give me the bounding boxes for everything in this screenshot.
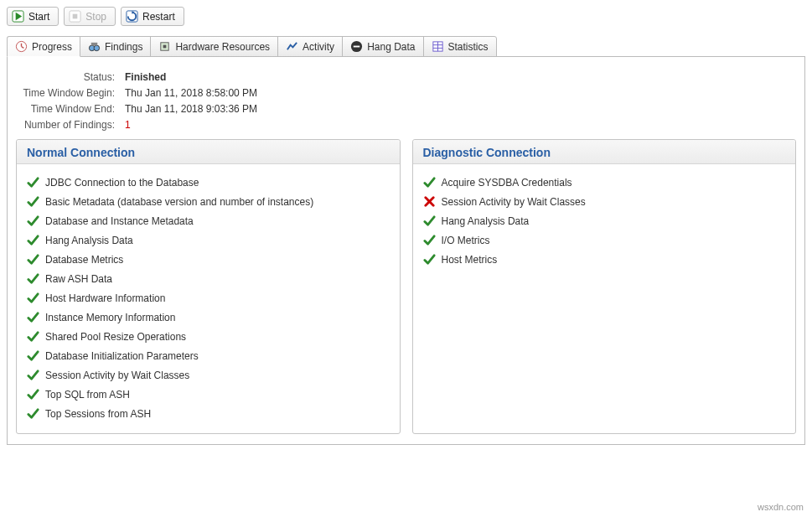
list-item-label: Instance Memory Information — [45, 312, 175, 323]
check-icon — [27, 272, 39, 285]
check-icon — [27, 369, 39, 381]
stop-label: Stop — [85, 11, 106, 23]
normal-connection-panel: Normal Connection JDBC Connection to the… — [16, 139, 401, 434]
check-icon — [423, 234, 436, 246]
connection-panels: Normal Connection JDBC Connection to the… — [16, 139, 796, 434]
list-item: Session Activity by Wait Classes — [423, 192, 786, 211]
tab-progress-label: Progress — [32, 41, 72, 53]
findings-value: 1 — [125, 119, 131, 131]
begin-value: Thu Jan 11, 2018 8:58:00 PM — [125, 87, 257, 99]
tab-hardware[interactable]: Hardware Resources — [150, 36, 278, 57]
tab-hardware-label: Hardware Resources — [175, 41, 270, 53]
diag-panel-body: Acquire SYSDBA CredentialsSession Activi… — [413, 164, 796, 279]
status-label: Status: — [16, 71, 125, 83]
svg-rect-13 — [163, 45, 167, 49]
tab-bar: Progress Findings Hardware Resources Act… — [7, 36, 805, 57]
check-icon — [27, 311, 39, 323]
findings-row: Number of Findings: 1 — [16, 119, 796, 131]
restart-button[interactable]: Restart — [121, 7, 184, 26]
findings-label: Number of Findings: — [16, 119, 125, 131]
diag-panel-title: Diagnostic Connection — [413, 140, 796, 164]
check-icon — [27, 253, 39, 266]
tab-activity[interactable]: Activity — [277, 36, 343, 57]
play-icon — [12, 10, 24, 23]
stop-icon — [69, 10, 81, 23]
list-item: JDBC Connection to the Database — [27, 173, 390, 192]
progress-panel: Status: Finished Time Window Begin: Thu … — [7, 56, 805, 445]
restart-icon — [126, 10, 138, 23]
tab-hang[interactable]: Hang Data — [342, 36, 423, 57]
end-row: Time Window End: Thu Jan 11, 2018 9:03:3… — [16, 103, 796, 115]
status-value: Finished — [125, 71, 166, 83]
list-item: Host Metrics — [423, 250, 786, 269]
list-item: Acquire SYSDBA Credentials — [423, 173, 786, 192]
list-item-label: Host Metrics — [442, 254, 498, 266]
start-label: Start — [28, 11, 49, 23]
normal-panel-body: JDBC Connection to the DatabaseBasic Met… — [17, 164, 400, 433]
list-item: Database Metrics — [27, 250, 390, 269]
check-icon — [423, 176, 436, 189]
check-icon — [27, 388, 39, 401]
list-item-label: Database Initialization Parameters — [45, 350, 199, 362]
status-row: Status: Finished — [16, 71, 796, 83]
check-icon — [423, 253, 436, 266]
list-item: Top Sessions from ASH — [27, 404, 390, 423]
list-item: Basic Metadata (database version and num… — [27, 192, 390, 211]
check-icon — [27, 330, 39, 343]
end-value: Thu Jan 11, 2018 9:03:36 PM — [125, 103, 257, 115]
check-icon — [27, 349, 39, 362]
list-item-label: Hang Analysis Data — [45, 235, 133, 246]
table-icon — [432, 40, 444, 53]
begin-row: Time Window Begin: Thu Jan 11, 2018 8:58… — [16, 87, 796, 99]
list-item: Shared Pool Resize Operations — [27, 327, 390, 346]
list-item-label: Acquire SYSDBA Credentials — [442, 177, 572, 189]
list-item-label: Top Sessions from ASH — [45, 408, 151, 420]
stop-button[interactable]: Stop — [64, 7, 116, 26]
svg-rect-11 — [91, 43, 98, 46]
list-item: Host Hardware Information — [27, 288, 390, 308]
restart-label: Restart — [142, 11, 175, 23]
list-item: Raw ASH Data — [27, 269, 390, 288]
toolbar: Start Stop Restart — [7, 7, 805, 26]
clock-icon — [15, 40, 28, 53]
check-icon — [27, 215, 39, 227]
chip-icon — [158, 40, 171, 53]
list-item: Database and Instance Metadata — [27, 211, 390, 230]
list-item: Database Initialization Parameters — [27, 346, 390, 365]
check-icon — [27, 234, 39, 246]
begin-label: Time Window Begin: — [16, 87, 125, 99]
tab-findings[interactable]: Findings — [80, 36, 151, 57]
list-item: Hang Analysis Data — [27, 230, 390, 250]
end-label: Time Window End: — [16, 103, 125, 115]
list-item: Top SQL from ASH — [27, 385, 390, 404]
list-item-label: Database and Instance Metadata — [45, 215, 194, 227]
chart-icon — [286, 40, 298, 53]
list-item: Instance Memory Information — [27, 308, 390, 327]
normal-panel-title: Normal Connection — [17, 140, 400, 164]
svg-rect-3 — [73, 14, 78, 19]
list-item-label: Shared Pool Resize Operations — [45, 331, 186, 343]
list-item-label: I/O Metrics — [442, 235, 490, 246]
list-item-label: Basic Metadata (database version and num… — [45, 196, 313, 208]
list-item-label: Session Activity by Wait Classes — [442, 196, 586, 208]
tab-stats[interactable]: Statistics — [423, 36, 497, 57]
cross-icon — [423, 195, 436, 208]
check-icon — [27, 176, 39, 189]
list-item-label: Session Activity by Wait Classes — [45, 370, 189, 381]
list-item-label: Host Hardware Information — [45, 292, 165, 304]
list-item-label: Hang Analysis Data — [442, 215, 530, 227]
list-item: I/O Metrics — [423, 230, 786, 250]
list-item-label: Raw ASH Data — [45, 273, 112, 285]
start-button[interactable]: Start — [7, 7, 59, 26]
tab-stats-label: Statistics — [448, 41, 489, 53]
svg-point-10 — [94, 45, 100, 51]
check-icon — [423, 215, 436, 227]
list-item-label: JDBC Connection to the Database — [45, 177, 199, 189]
check-icon — [27, 292, 39, 304]
list-item: Session Activity by Wait Classes — [27, 365, 390, 385]
list-item-label: Top SQL from ASH — [45, 389, 130, 401]
binoculars-icon — [88, 40, 101, 53]
tab-progress[interactable]: Progress — [7, 36, 80, 57]
tab-hang-label: Hang Data — [367, 41, 415, 53]
check-icon — [27, 407, 39, 420]
